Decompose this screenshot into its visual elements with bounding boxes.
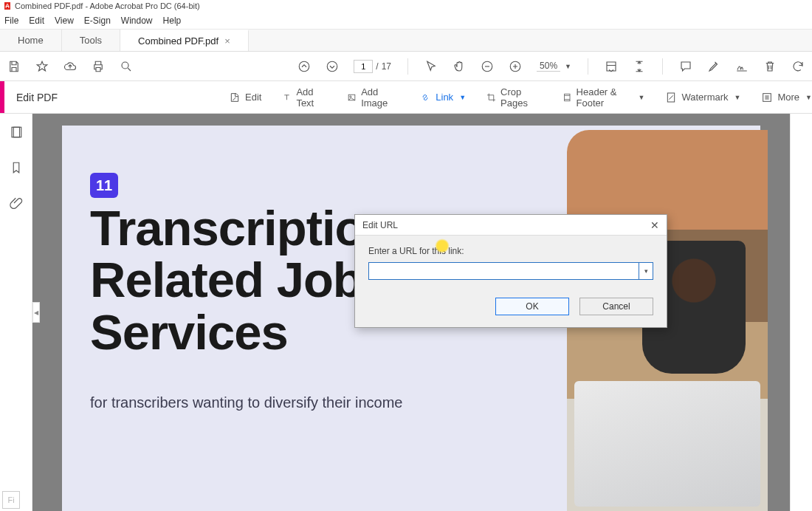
add-image-label: Add Image (361, 86, 399, 109)
zoom-out-icon[interactable] (481, 60, 494, 73)
menu-esign[interactable]: E-Sign (84, 16, 111, 26)
tab-document[interactable]: Combined PDF.pdf × (120, 30, 249, 51)
watermark-tool[interactable]: Watermark ▼ (665, 92, 740, 103)
comment-icon[interactable] (679, 60, 692, 73)
menu-view[interactable]: View (55, 16, 74, 26)
tab-tools-label: Tools (80, 35, 102, 46)
dialog-label: Enter a URL for this link: (368, 246, 653, 256)
close-icon[interactable]: ✕ (650, 219, 659, 231)
watermark-fi: Fi (2, 491, 20, 509)
zoom-select[interactable]: 50% ▼ (537, 61, 571, 72)
crop-tool[interactable]: Crop Pages (486, 86, 542, 109)
chevron-down-icon: ▼ (639, 94, 645, 101)
bookmark-icon[interactable] (10, 161, 23, 177)
find-icon[interactable] (120, 60, 133, 73)
watermark-label: Watermark (681, 92, 728, 103)
more-tool[interactable]: More ▼ (761, 92, 812, 103)
page-subtitle: for transcribers wanting to diversify th… (90, 394, 403, 411)
svg-rect-7 (565, 94, 570, 100)
select-arrow-icon[interactable] (424, 60, 438, 73)
svg-point-1 (300, 61, 310, 72)
url-field-wrapper: ▾ (368, 262, 653, 280)
zoom-in-icon[interactable] (509, 60, 522, 73)
page-down-icon[interactable] (326, 60, 339, 73)
save-icon[interactable] (7, 60, 21, 73)
star-icon[interactable] (35, 60, 49, 73)
chevron-down-icon: ▼ (459, 94, 466, 101)
edit-tool-label: Edit (245, 92, 261, 103)
hand-icon[interactable] (453, 60, 466, 73)
fit-page-icon[interactable] (633, 60, 646, 73)
dialog-label-text: Enter a URL for this link: (368, 246, 464, 256)
attachment-icon[interactable] (10, 196, 23, 213)
url-dropdown-button[interactable]: ▾ (639, 262, 653, 280)
cursor-highlight-icon (435, 239, 450, 253)
chevron-down-icon: ▼ (734, 94, 741, 101)
page-current-input[interactable] (354, 60, 373, 73)
undo-icon[interactable] (791, 60, 805, 73)
page-up-icon[interactable] (297, 60, 311, 73)
menu-window[interactable]: Window (121, 16, 153, 26)
fit-width-icon[interactable] (605, 60, 618, 73)
page-total: 17 (382, 61, 391, 72)
menu-help[interactable]: Help (163, 16, 182, 26)
more-label: More (777, 92, 799, 103)
edit-pdf-toolbar: Edit PDF Edit Add Text Add Image Link ▼ … (0, 81, 812, 114)
link-label: Link (436, 92, 453, 103)
add-text-tool[interactable]: Add Text (282, 86, 326, 109)
acrobat-icon (3, 1, 12, 10)
cancel-button[interactable]: Cancel (579, 298, 653, 315)
menu-edit[interactable]: Edit (29, 16, 44, 26)
dialog-title: Edit URL (362, 220, 398, 230)
thumbnails-icon[interactable] (10, 126, 23, 142)
svg-rect-11 (13, 127, 21, 137)
delete-icon[interactable] (763, 60, 777, 73)
add-text-label: Add Text (296, 86, 326, 109)
sign-icon[interactable] (735, 60, 749, 73)
highlight-icon[interactable] (707, 60, 720, 73)
chevron-down-icon: ▼ (805, 94, 812, 101)
zoom-value: 50% (537, 61, 560, 72)
dialog-titlebar[interactable]: Edit URL ✕ (355, 215, 667, 236)
page-indicator: / 17 (354, 60, 391, 73)
edit-tool[interactable]: Edit (229, 92, 261, 103)
right-panel-collapsed[interactable] (790, 114, 812, 511)
svg-rect-10 (12, 127, 20, 137)
url-input[interactable] (368, 262, 639, 280)
menu-file[interactable]: File (4, 16, 18, 26)
cloud-upload-icon[interactable] (63, 60, 77, 73)
add-image-tool[interactable]: Add Image (347, 86, 399, 109)
chevron-down-icon: ▼ (565, 63, 571, 70)
link-tool[interactable]: Link ▼ (419, 92, 466, 103)
svg-point-6 (350, 95, 351, 97)
menubar: File Edit View E-Sign Window Help (0, 12, 812, 30)
tab-document-label: Combined PDF.pdf (138, 35, 219, 47)
edit-url-dialog: Edit URL ✕ Enter a URL for this link: ▾ … (354, 214, 667, 328)
svg-point-2 (328, 61, 338, 72)
header-footer-label: Header & Footer (577, 86, 633, 109)
tab-home[interactable]: Home (0, 30, 62, 51)
page-badge: 11 (90, 173, 118, 198)
page-sep: / (376, 61, 378, 72)
left-nav-rail (0, 114, 32, 511)
tab-home-label: Home (18, 35, 44, 46)
crop-label: Crop Pages (500, 86, 542, 109)
window-titlebar: Combined PDF.pdf - Adobe Acrobat Pro DC … (0, 0, 812, 12)
tab-tools[interactable]: Tools (62, 30, 120, 51)
header-footer-tool[interactable]: Header & Footer ▼ (562, 86, 645, 109)
tab-close-icon[interactable]: × (224, 35, 230, 47)
window-title: Combined PDF.pdf - Adobe Acrobat Pro DC … (15, 1, 200, 10)
edit-pdf-title: Edit PDF (4, 92, 69, 103)
print-icon[interactable] (92, 60, 105, 73)
ok-button[interactable]: OK (495, 298, 569, 315)
svg-point-0 (122, 62, 128, 69)
tabbar: Home Tools Combined PDF.pdf × (0, 30, 812, 52)
main-toolbar: / 17 50% ▼ (0, 52, 812, 81)
collapse-handle[interactable]: ◀ (32, 302, 40, 323)
